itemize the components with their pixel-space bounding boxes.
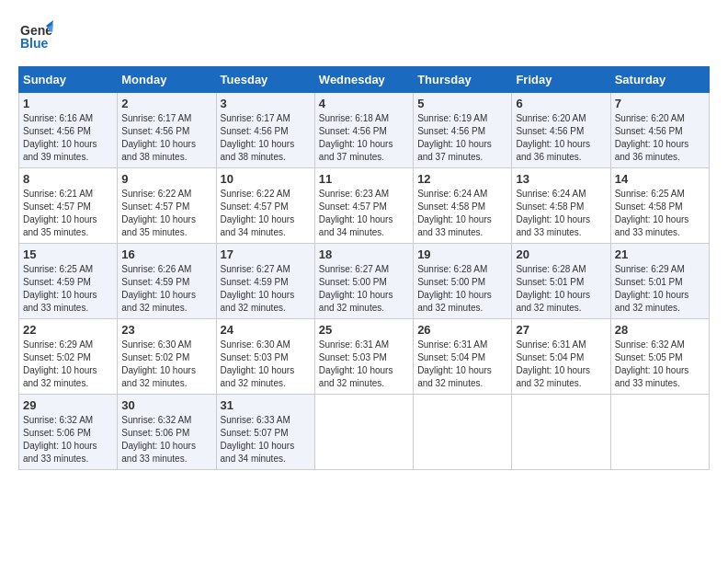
- day-info: Sunrise: 6:25 AM Sunset: 4:59 PM Dayligh…: [23, 263, 113, 315]
- day-info: Sunrise: 6:31 AM Sunset: 5:03 PM Dayligh…: [319, 339, 409, 390]
- day-info: Sunrise: 6:18 AM Sunset: 4:56 PM Dayligh…: [319, 112, 409, 164]
- calendar-cell: 27Sunrise: 6:31 AM Sunset: 5:04 PM Dayli…: [512, 319, 610, 395]
- calendar-cell: 26Sunrise: 6:31 AM Sunset: 5:04 PM Dayli…: [414, 319, 512, 395]
- day-number: 28: [615, 323, 705, 337]
- day-number: 22: [23, 323, 113, 337]
- day-info: Sunrise: 6:33 AM Sunset: 5:07 PM Dayligh…: [221, 414, 311, 465]
- day-info: Sunrise: 6:24 AM Sunset: 4:58 PM Dayligh…: [516, 188, 606, 239]
- day-number: 3: [221, 97, 311, 110]
- day-info: Sunrise: 6:32 AM Sunset: 5:06 PM Dayligh…: [121, 414, 211, 465]
- day-number: 1: [23, 97, 113, 110]
- day-number: 30: [121, 398, 211, 412]
- calendar-cell: 9Sunrise: 6:22 AM Sunset: 4:57 PM Daylig…: [118, 168, 216, 244]
- day-info: Sunrise: 6:23 AM Sunset: 4:57 PM Dayligh…: [319, 188, 409, 239]
- calendar-cell: 29Sunrise: 6:32 AM Sunset: 5:06 PM Dayli…: [19, 395, 118, 470]
- calendar-cell: 20Sunrise: 6:28 AM Sunset: 5:01 PM Dayli…: [512, 244, 610, 319]
- day-number: 9: [121, 172, 211, 186]
- calendar-cell: [512, 395, 610, 470]
- day-number: 21: [615, 247, 705, 261]
- calendar-cell: 28Sunrise: 6:32 AM Sunset: 5:05 PM Dayli…: [610, 319, 709, 395]
- day-info: Sunrise: 6:20 AM Sunset: 4:56 PM Dayligh…: [516, 112, 606, 164]
- day-info: Sunrise: 6:21 AM Sunset: 4:57 PM Dayligh…: [23, 188, 113, 239]
- calendar-cell: 18Sunrise: 6:27 AM Sunset: 5:00 PM Dayli…: [314, 244, 413, 319]
- day-info: Sunrise: 6:27 AM Sunset: 5:00 PM Dayligh…: [319, 263, 409, 315]
- calendar-cell: 7Sunrise: 6:20 AM Sunset: 4:56 PM Daylig…: [610, 93, 709, 168]
- day-number: 12: [417, 172, 507, 186]
- col-header-saturday: Saturday: [610, 67, 709, 93]
- day-info: Sunrise: 6:32 AM Sunset: 5:06 PM Dayligh…: [23, 414, 113, 465]
- calendar-cell: 24Sunrise: 6:30 AM Sunset: 5:03 PM Dayli…: [216, 319, 314, 395]
- day-info: Sunrise: 6:28 AM Sunset: 5:01 PM Dayligh…: [516, 263, 606, 315]
- day-info: Sunrise: 6:26 AM Sunset: 4:59 PM Dayligh…: [121, 263, 211, 315]
- calendar-cell: 2Sunrise: 6:17 AM Sunset: 4:56 PM Daylig…: [118, 93, 216, 168]
- logo-icon: General Blue: [18, 18, 53, 57]
- calendar-cell: [314, 395, 413, 470]
- day-info: Sunrise: 6:29 AM Sunset: 5:02 PM Dayligh…: [23, 339, 113, 390]
- day-number: 16: [121, 247, 211, 261]
- day-number: 23: [121, 323, 211, 337]
- day-info: Sunrise: 6:32 AM Sunset: 5:05 PM Dayligh…: [615, 339, 705, 390]
- day-number: 20: [516, 247, 606, 261]
- day-number: 14: [615, 172, 705, 186]
- calendar-cell: 17Sunrise: 6:27 AM Sunset: 4:59 PM Dayli…: [216, 244, 314, 319]
- day-info: Sunrise: 6:17 AM Sunset: 4:56 PM Dayligh…: [221, 112, 311, 164]
- day-number: 10: [221, 172, 311, 186]
- day-info: Sunrise: 6:31 AM Sunset: 5:04 PM Dayligh…: [417, 339, 507, 390]
- day-number: 6: [516, 97, 606, 110]
- svg-text:Blue: Blue: [20, 36, 49, 51]
- day-number: 24: [221, 323, 311, 337]
- calendar-cell: 8Sunrise: 6:21 AM Sunset: 4:57 PM Daylig…: [19, 168, 118, 244]
- day-number: 5: [417, 97, 507, 110]
- day-number: 25: [319, 323, 409, 337]
- calendar-cell: 13Sunrise: 6:24 AM Sunset: 4:58 PM Dayli…: [512, 168, 610, 244]
- calendar-cell: 12Sunrise: 6:24 AM Sunset: 4:58 PM Dayli…: [414, 168, 512, 244]
- day-info: Sunrise: 6:30 AM Sunset: 5:02 PM Dayligh…: [121, 339, 211, 390]
- calendar-cell: 5Sunrise: 6:19 AM Sunset: 4:56 PM Daylig…: [414, 93, 512, 168]
- calendar-cell: [610, 395, 709, 470]
- col-header-tuesday: Tuesday: [216, 67, 314, 93]
- day-info: Sunrise: 6:25 AM Sunset: 4:58 PM Dayligh…: [615, 188, 705, 239]
- calendar-cell: 16Sunrise: 6:26 AM Sunset: 4:59 PM Dayli…: [118, 244, 216, 319]
- day-info: Sunrise: 6:31 AM Sunset: 5:04 PM Dayligh…: [516, 339, 606, 390]
- day-info: Sunrise: 6:22 AM Sunset: 4:57 PM Dayligh…: [121, 188, 211, 239]
- day-info: Sunrise: 6:30 AM Sunset: 5:03 PM Dayligh…: [221, 339, 311, 390]
- day-number: 7: [615, 97, 705, 110]
- day-number: 31: [221, 398, 311, 412]
- calendar-cell: 10Sunrise: 6:22 AM Sunset: 4:57 PM Dayli…: [216, 168, 314, 244]
- day-info: Sunrise: 6:17 AM Sunset: 4:56 PM Dayligh…: [121, 112, 211, 164]
- day-number: 19: [417, 247, 507, 261]
- calendar-cell: 15Sunrise: 6:25 AM Sunset: 4:59 PM Dayli…: [19, 244, 118, 319]
- day-info: Sunrise: 6:27 AM Sunset: 4:59 PM Dayligh…: [221, 263, 311, 315]
- day-info: Sunrise: 6:24 AM Sunset: 4:58 PM Dayligh…: [417, 188, 507, 239]
- day-number: 8: [23, 172, 113, 186]
- day-number: 4: [319, 97, 409, 110]
- day-info: Sunrise: 6:22 AM Sunset: 4:57 PM Dayligh…: [221, 188, 311, 239]
- calendar-cell: 21Sunrise: 6:29 AM Sunset: 5:01 PM Dayli…: [610, 244, 709, 319]
- col-header-thursday: Thursday: [414, 67, 512, 93]
- calendar-cell: 31Sunrise: 6:33 AM Sunset: 5:07 PM Dayli…: [216, 395, 314, 470]
- col-header-monday: Monday: [118, 67, 216, 93]
- col-header-friday: Friday: [512, 67, 610, 93]
- day-info: Sunrise: 6:19 AM Sunset: 4:56 PM Dayligh…: [417, 112, 507, 164]
- day-info: Sunrise: 6:16 AM Sunset: 4:56 PM Dayligh…: [23, 112, 113, 164]
- calendar-table: SundayMondayTuesdayWednesdayThursdayFrid…: [18, 66, 710, 470]
- day-number: 26: [417, 323, 507, 337]
- day-number: 13: [516, 172, 606, 186]
- calendar-cell: 11Sunrise: 6:23 AM Sunset: 4:57 PM Dayli…: [314, 168, 413, 244]
- calendar-cell: [414, 395, 512, 470]
- calendar-cell: 23Sunrise: 6:30 AM Sunset: 5:02 PM Dayli…: [118, 319, 216, 395]
- calendar-cell: 3Sunrise: 6:17 AM Sunset: 4:56 PM Daylig…: [216, 93, 314, 168]
- day-number: 29: [23, 398, 113, 412]
- calendar-cell: 14Sunrise: 6:25 AM Sunset: 4:58 PM Dayli…: [610, 168, 709, 244]
- calendar-cell: 22Sunrise: 6:29 AM Sunset: 5:02 PM Dayli…: [19, 319, 118, 395]
- logo: General Blue: [18, 18, 53, 57]
- day-info: Sunrise: 6:29 AM Sunset: 5:01 PM Dayligh…: [615, 263, 705, 315]
- day-number: 15: [23, 247, 113, 261]
- day-number: 17: [221, 247, 311, 261]
- day-number: 11: [319, 172, 409, 186]
- day-number: 27: [516, 323, 606, 337]
- col-header-sunday: Sunday: [19, 67, 118, 93]
- calendar-cell: 25Sunrise: 6:31 AM Sunset: 5:03 PM Dayli…: [314, 319, 413, 395]
- day-number: 18: [319, 247, 409, 261]
- day-number: 2: [121, 97, 211, 110]
